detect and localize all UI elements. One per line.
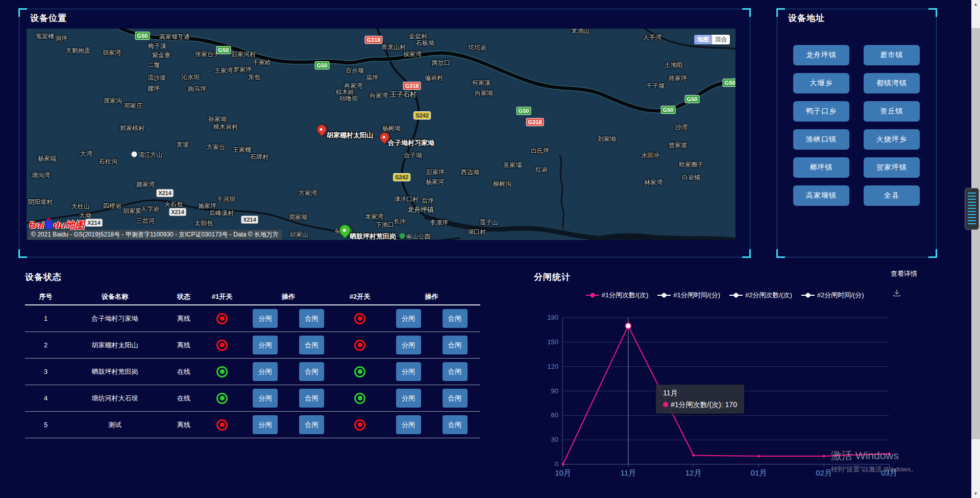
switch-status-indicator — [216, 366, 228, 377]
open-switch-button[interactable]: 分闸 — [396, 389, 421, 408]
map-copyright: © 2021 Baidu - GS(2019)5218号 - 甲测资字11009… — [28, 230, 282, 240]
legend-item[interactable]: #2分闸次数/(次) — [729, 291, 792, 300]
switch-indicator-cell — [337, 366, 383, 377]
row-no: 3 — [25, 368, 66, 375]
corner-decor — [776, 8, 785, 17]
switch-status-indicator — [216, 419, 228, 431]
indicator-dot — [358, 343, 362, 347]
device-status-title: 设备状态 — [25, 271, 62, 283]
column-header: 操作 — [240, 292, 337, 301]
close-switch-button[interactable]: 合闸 — [299, 309, 324, 328]
open-switch-button[interactable]: 分闸 — [253, 362, 278, 381]
svg-text:180: 180 — [547, 314, 558, 321]
address-button[interactable]: 高家堰镇 — [793, 185, 849, 206]
open-switch-button[interactable]: 分闸 — [396, 362, 421, 381]
corner-decor — [776, 249, 785, 258]
legend-label: #1分闸次数/(次) — [602, 291, 649, 300]
legend-item[interactable]: #1分闸次数/(次) — [586, 291, 649, 300]
map-type-hybrid-button[interactable]: 混合 — [712, 35, 730, 44]
column-header: #2开关 — [337, 292, 383, 301]
switch-status-indicator — [354, 340, 365, 351]
open-switch-button[interactable]: 分闸 — [396, 309, 421, 328]
close-switch-button[interactable]: 合闸 — [443, 309, 468, 328]
close-switch-button[interactable]: 合闸 — [443, 336, 468, 354]
open-switch-button[interactable]: 分闸 — [396, 336, 421, 354]
close-switch-button[interactable]: 合闸 — [299, 389, 324, 408]
table-header-row: 序号设备名称状态#1开关操作#2开关操作 — [25, 289, 480, 305]
close-switch-button[interactable]: 合闸 — [443, 389, 468, 408]
close-switch-button[interactable]: 合闸 — [299, 415, 324, 434]
operation-cell: 分闸合闸 — [240, 389, 337, 408]
device-address-panel: 设备地址 龙舟坪镇磨市镇大堰乡都镇湾镇鸭子口乡资丘镇渔峡口镇火烧坪乡榔坪镇贺家坪… — [777, 9, 937, 257]
baidu-map[interactable]: 笔架槽洞坪天鹅抱蛋胡家湾高家堰互通梅子溪紫金寨二墩流沙坡沁水坝腰坪跑马坪渡家沟邓… — [27, 29, 736, 240]
column-header: #1开关 — [204, 292, 240, 301]
close-switch-button[interactable]: 合闸 — [299, 362, 324, 381]
address-button[interactable]: 资丘镇 — [864, 101, 920, 122]
scroll-marker-widget — [965, 188, 979, 230]
table-row: 4塘坊河村大石坝在线分闸合闸分闸合闸 — [25, 385, 480, 412]
table-row: 3晒鼓坪村荒田岗在线分闸合闸分闸合闸 — [25, 359, 480, 385]
legend-item[interactable]: #1分闸时间/(分) — [657, 291, 720, 300]
switch-indicator-cell — [204, 393, 240, 404]
close-switch-button[interactable]: 合闸 — [443, 415, 468, 434]
map-type-map-button[interactable]: 地图 — [694, 35, 712, 44]
svg-text:01月: 01月 — [751, 468, 767, 477]
indicator-dot — [358, 422, 362, 427]
table-row: 5测试离线分闸合闸分闸合闸 — [25, 412, 480, 438]
scrollbar-thumb[interactable] — [971, 28, 980, 439]
row-no: 2 — [25, 341, 66, 349]
line-chart[interactable]: 030609012015018010月11月12月01月02月03月 11月 #… — [531, 304, 929, 491]
device-name: 胡家棚村太阳山 — [66, 341, 163, 350]
column-header: 操作 — [383, 292, 480, 301]
corner-decor — [928, 8, 937, 17]
scrollbar-up-arrow[interactable]: ▲ — [971, 0, 980, 9]
column-header: 设备名称 — [66, 292, 163, 301]
open-switch-button[interactable]: 分闸 — [253, 415, 278, 434]
address-button[interactable]: 渔峡口镇 — [793, 129, 849, 150]
svg-text:02月: 02月 — [816, 468, 832, 477]
view-details-link[interactable]: 查看详情 — [891, 269, 917, 278]
scrollbar-down-arrow[interactable]: ▼ — [971, 489, 980, 498]
trip-stats-title: 分闸统计 — [534, 271, 571, 283]
switch-status-indicator — [354, 393, 365, 404]
address-button[interactable]: 贺家坪镇 — [864, 157, 920, 178]
row-no: 5 — [25, 421, 66, 429]
close-switch-button[interactable]: 合闸 — [299, 336, 324, 354]
operation-cell: 分闸合闸 — [240, 336, 337, 354]
map-type-toggle: 地图 混合 — [694, 35, 730, 44]
close-switch-button[interactable]: 合闸 — [443, 362, 468, 381]
switch-indicator-cell — [204, 340, 240, 351]
open-switch-button[interactable]: 分闸 — [253, 336, 278, 354]
operation-cell: 分闸合闸 — [383, 389, 480, 408]
address-button[interactable]: 都镇湾镇 — [864, 73, 920, 93]
legend-item[interactable]: #2分闸时间/(分) — [801, 291, 864, 300]
address-button[interactable]: 龙舟坪镇 — [793, 45, 849, 65]
svg-text:0: 0 — [555, 460, 558, 468]
switch-status-indicator — [216, 393, 228, 404]
switch-indicator-cell — [204, 419, 240, 431]
legend-label: #2分闸时间/(分) — [817, 291, 864, 300]
address-button[interactable]: 大堰乡 — [793, 73, 849, 93]
legend-label: #1分闸时间/(分) — [673, 291, 720, 300]
open-switch-button[interactable]: 分闸 — [396, 415, 421, 434]
map-marker-label: 胡家棚村太阳山 — [327, 131, 373, 140]
address-button[interactable]: 全县 — [864, 185, 920, 206]
operation-cell: 分闸合闸 — [240, 362, 337, 381]
open-switch-button[interactable]: 分闸 — [253, 389, 278, 408]
svg-text:11月: 11月 — [621, 468, 636, 477]
address-button[interactable]: 火烧坪乡 — [864, 129, 920, 150]
address-button[interactable]: 榔坪镇 — [793, 157, 849, 178]
operation-cell: 分闸合闸 — [383, 309, 480, 328]
device-status: 离线 — [163, 420, 204, 430]
device-name: 合子坳村习家坳 — [66, 314, 163, 323]
open-switch-button[interactable]: 分闸 — [253, 309, 278, 328]
column-header: 状态 — [163, 292, 204, 301]
address-button[interactable]: 鸭子口乡 — [793, 101, 849, 122]
address-button[interactable]: 磨市镇 — [864, 45, 920, 65]
corner-decor — [18, 8, 27, 17]
corner-decor — [742, 249, 751, 258]
column-header: 序号 — [25, 292, 66, 301]
switch-indicator-cell — [337, 340, 383, 351]
browser-scrollbar[interactable]: ▲ ▼ — [971, 0, 980, 498]
legend-marker-icon — [729, 292, 743, 298]
